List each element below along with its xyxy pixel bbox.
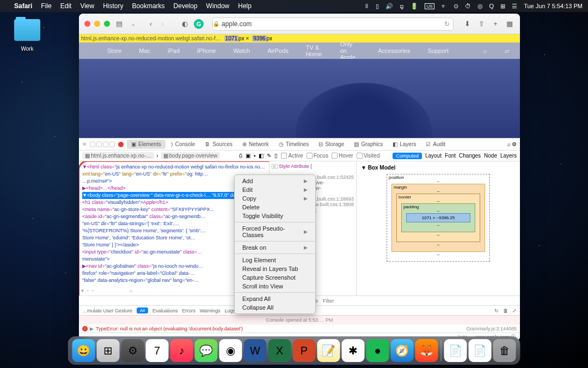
filter-eval[interactable]: Evaluations — [152, 308, 178, 313]
ctx-add[interactable]: Add▶ — [235, 177, 315, 185]
dock-notes[interactable]: 📝 — [317, 339, 340, 362]
styletab-layout[interactable]: Layout — [425, 153, 442, 159]
dock-spotify[interactable]: ● — [366, 339, 389, 362]
filter-errors[interactable]: Errors — [182, 308, 195, 313]
status-timer-icon[interactable]: ⏱ — [465, 3, 471, 9]
menu-file[interactable]: File — [41, 2, 51, 10]
filter-all[interactable]: All — [137, 307, 148, 313]
status-control-center-icon[interactable]: ☰ — [512, 3, 517, 10]
minimize-button[interactable] — [94, 21, 100, 27]
status-battery-icon[interactable]: ▯ — [376, 3, 379, 10]
tab-sources[interactable]: 🗎 Sources — [200, 140, 237, 149]
status-bluetooth-icon[interactable]: ⚼ — [400, 3, 404, 10]
dock-word[interactable]: W — [244, 339, 267, 362]
ctx-collapse-all[interactable]: Collapse All — [235, 303, 315, 312]
status-grid-icon[interactable]: ⊞ — [500, 3, 505, 10]
crumb-html[interactable]: ▦ html.js.enhance-xp.no-… — [82, 152, 154, 159]
ctx-log-element[interactable]: Log Element — [235, 256, 315, 264]
dock-chrome[interactable]: ◉ — [219, 339, 242, 362]
dom-next-icon[interactable]: › — [92, 287, 94, 294]
chk-focus[interactable]: Focus — [307, 153, 328, 159]
tab-dropdown-icon[interactable]: ⌄ — [128, 19, 138, 29]
dock-calendar[interactable]: 7 — [146, 339, 169, 362]
menu-window[interactable]: Window — [206, 2, 230, 10]
ctx-expand-all[interactable]: Expand All — [235, 294, 315, 303]
tab-timelines[interactable]: ◷ Timelines — [274, 140, 313, 149]
box-model-diagram[interactable]: position– margin– border– padding– 1071 … — [387, 174, 490, 234]
styletab-node[interactable]: Node — [484, 153, 497, 159]
inspector-settings-icon[interactable]: ⚙ — [512, 141, 517, 147]
dock-doc2[interactable]: 📄 — [469, 339, 492, 362]
styletab-changes[interactable]: Changes — [459, 153, 481, 159]
status-input-icon[interactable]: US — [425, 3, 434, 9]
error-source[interactable]: Grammarly.js:2:144085 — [466, 326, 517, 331]
reload-icon[interactable]: ↻ — [444, 20, 450, 28]
tab-graphics[interactable]: ▨ Graphics — [350, 140, 387, 149]
tab-network[interactable]: ⊕ Network — [238, 140, 273, 149]
dock-finder[interactable]: 😀 — [72, 339, 95, 362]
ctx-pseudo[interactable]: Forced Pseudo-Classes▶ — [235, 224, 315, 239]
nav-iphone[interactable]: iPhone — [197, 47, 216, 54]
share-icon[interactable]: ⇧ — [476, 19, 486, 29]
chk-visited[interactable]: Visited — [357, 153, 380, 159]
menu-bookmarks[interactable]: Bookmarks — [132, 2, 165, 10]
desktop-folder-work[interactable]: Work — [11, 19, 44, 53]
tool-edit-icon[interactable]: ✎ — [267, 153, 271, 159]
status-dropbox-icon[interactable]: ⇳ — [364, 3, 369, 10]
menubar-clock[interactable]: Tue Jun 7 5:54:13 PM — [524, 3, 583, 9]
status-volume-icon[interactable]: 🔊 — [385, 3, 393, 10]
menu-view[interactable]: View — [80, 2, 94, 10]
nav-onlyapple[interactable]: Only on Apple — [340, 41, 360, 61]
status-sync-icon[interactable]: ⊙ — [454, 3, 458, 10]
inspector-search-icon[interactable]: ⌕ — [507, 141, 511, 147]
ctx-copy[interactable]: Copy▶ — [235, 194, 315, 203]
tool-device-icon[interactable]: ▯ — [274, 153, 278, 159]
tool-print-icon[interactable]: ⎙ — [239, 153, 242, 159]
menu-history[interactable]: History — [103, 2, 123, 10]
chk-hover[interactable]: Hover — [332, 153, 353, 159]
new-tab-icon[interactable]: + — [491, 19, 500, 29]
refresh-icon[interactable]: ↻ — [494, 308, 499, 313]
dock-slack[interactable]: ✱ — [342, 339, 365, 362]
dock-safari[interactable]: 🧭 — [391, 339, 414, 362]
dock-powerpoint[interactable]: P — [293, 339, 316, 362]
dock-launchpad[interactable]: ⊞ — [97, 339, 120, 362]
dock-excel[interactable]: X — [268, 339, 291, 362]
dock-music[interactable]: ♪ — [170, 339, 193, 362]
nav-support[interactable]: Support — [427, 47, 449, 54]
nav-watch[interactable]: Watch — [233, 47, 250, 54]
styletab-computed[interactable]: Computed — [393, 153, 422, 159]
nav-bag-icon[interactable]: ▱ — [505, 47, 509, 55]
record-indicator-icon[interactable] — [118, 142, 124, 147]
shield-icon[interactable]: ◐ — [180, 19, 189, 29]
ctx-toggle-visibility[interactable]: Toggle Visibility — [235, 212, 315, 220]
styletab-layers[interactable]: Layers — [500, 153, 517, 159]
tabs-overview-icon[interactable]: ▦ — [505, 19, 514, 29]
close-button[interactable] — [84, 21, 90, 27]
ctx-delete[interactable]: Delete — [235, 203, 315, 212]
tab-layers[interactable]: ◧ Layers — [388, 140, 420, 149]
nav-search-icon[interactable]: ⌕ — [483, 47, 487, 54]
close-inspector-icon[interactable]: ✕ — [82, 141, 87, 147]
tab-elements[interactable]: ▣ Elements — [127, 140, 166, 149]
app-name[interactable]: Safari — [14, 2, 32, 10]
dock-trash[interactable]: 🗑 — [493, 339, 516, 362]
tool-copy-icon[interactable]: ▣ — [246, 153, 250, 159]
tab-audit[interactable]: ☑ Audit — [421, 140, 450, 149]
trash-icon[interactable]: 🗑 — [503, 308, 508, 313]
styletab-font[interactable]: Font — [445, 153, 456, 159]
status-record-icon[interactable]: ◎ — [477, 3, 483, 10]
dom-search-icon[interactable]: ⌕ — [130, 287, 132, 294]
dock-position-icons[interactable] — [90, 142, 115, 147]
dock-settings[interactable]: ⚙ — [121, 339, 144, 362]
tool-dark-icon[interactable]: ▪ — [254, 153, 256, 159]
ctx-reveal-layers[interactable]: Reveal in Layers Tab — [235, 264, 315, 273]
sidebar-toggle-icon[interactable]: ▤ — [114, 19, 124, 29]
menu-develop[interactable]: Develop — [174, 2, 198, 10]
status-wifi-icon[interactable]: ᯤ — [441, 3, 447, 9]
downloads-icon[interactable]: ⬇ — [462, 19, 472, 29]
expand-icon[interactable]: ⤢ — [512, 308, 517, 313]
tab-storage[interactable]: ⊟ Storage — [314, 140, 348, 149]
menu-help[interactable]: Help — [238, 2, 252, 10]
nav-tvhome[interactable]: TV & Home — [306, 44, 323, 57]
